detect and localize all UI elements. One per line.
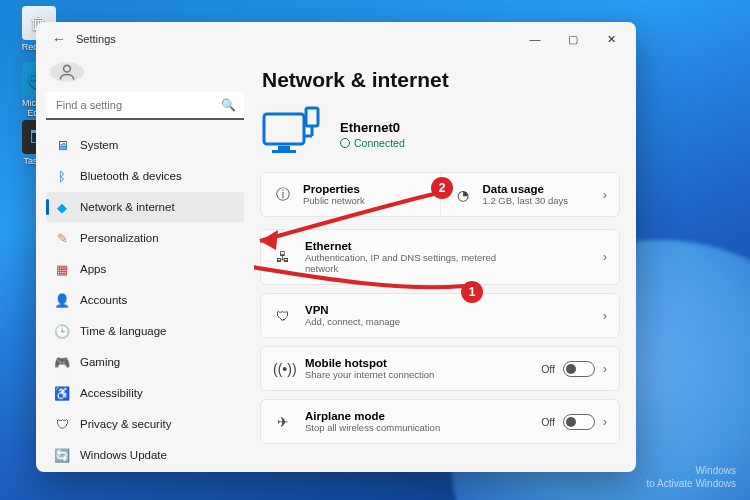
nav-label: Accounts bbox=[80, 294, 127, 306]
row-title: Airplane mode bbox=[305, 410, 440, 422]
main-panel: Network & internet Ethernet0 Connected ⓘ… bbox=[254, 56, 636, 472]
page-title: Network & internet bbox=[262, 68, 620, 92]
setting-row-airplane-mode[interactable]: ✈Airplane modeStop all wireless communic… bbox=[260, 399, 620, 444]
chevron-right-icon: › bbox=[603, 309, 607, 323]
row-title: Mobile hotspot bbox=[305, 357, 434, 369]
nav-icon: 🛡 bbox=[54, 416, 70, 432]
info-icon: ⓘ bbox=[273, 186, 293, 204]
nav-label: Personalization bbox=[80, 232, 159, 244]
nav-label: Bluetooth & devices bbox=[80, 170, 182, 182]
nav-label: Accessibility bbox=[80, 387, 143, 399]
nav-icon: 🎮 bbox=[54, 354, 70, 370]
properties-title: Properties bbox=[303, 183, 365, 195]
settings-window: ← Settings — ▢ ✕ 🔍 🖥SystemᛒBluetooth & d… bbox=[36, 22, 636, 472]
row-subtitle: Add, connect, manage bbox=[305, 316, 400, 327]
user-avatar[interactable] bbox=[50, 62, 84, 82]
sidebar-item-apps[interactable]: ▦Apps bbox=[46, 254, 244, 284]
sidebar-item-system[interactable]: 🖥System bbox=[46, 130, 244, 160]
svg-point-0 bbox=[64, 65, 71, 72]
sidebar-item-bluetooth-devices[interactable]: ᛒBluetooth & devices bbox=[46, 161, 244, 191]
sidebar-item-accounts[interactable]: 👤Accounts bbox=[46, 285, 244, 315]
nav-label: Network & internet bbox=[80, 201, 175, 213]
sidebar-item-gaming[interactable]: 🎮Gaming bbox=[46, 347, 244, 377]
nav-icon: 🖥 bbox=[54, 137, 70, 153]
search-icon: 🔍 bbox=[221, 98, 236, 112]
person-icon bbox=[57, 62, 77, 82]
row-icon: ✈ bbox=[273, 414, 293, 430]
data-usage-card[interactable]: ◔ Data usage 1.2 GB, last 30 days › bbox=[440, 173, 620, 216]
nav-icon: ✎ bbox=[54, 230, 70, 246]
setting-row-mobile-hotspot[interactable]: ((•))Mobile hotspotShare your internet c… bbox=[260, 346, 620, 391]
toggle-switch[interactable] bbox=[563, 361, 595, 377]
back-button[interactable]: ← bbox=[48, 31, 70, 47]
row-icon: 🖧 bbox=[273, 249, 293, 265]
nav-list: 🖥SystemᛒBluetooth & devices◆Network & in… bbox=[46, 130, 244, 470]
nav-label: Apps bbox=[80, 263, 106, 275]
nav-label: System bbox=[80, 139, 118, 151]
chevron-right-icon: › bbox=[603, 188, 607, 202]
nav-icon: ◆ bbox=[54, 199, 70, 215]
app-title: Settings bbox=[76, 33, 116, 45]
row-icon: 🛡 bbox=[273, 308, 293, 324]
search-box[interactable]: 🔍 bbox=[46, 92, 244, 120]
search-input[interactable] bbox=[46, 92, 244, 120]
svg-rect-2 bbox=[278, 146, 290, 150]
nav-icon: ᛒ bbox=[54, 168, 70, 184]
sidebar-item-time-language[interactable]: 🕒Time & language bbox=[46, 316, 244, 346]
nav-label: Windows Update bbox=[80, 449, 167, 461]
nav-icon: ▦ bbox=[54, 261, 70, 277]
nav-label: Time & language bbox=[80, 325, 167, 337]
minimize-button[interactable]: — bbox=[516, 25, 554, 53]
data-usage-icon: ◔ bbox=[453, 187, 473, 203]
connection-status: Connected bbox=[340, 137, 405, 149]
setting-row-ethernet[interactable]: 🖧EthernetAuthentication, IP and DNS sett… bbox=[260, 229, 620, 285]
setting-row-vpn[interactable]: 🛡VPNAdd, connect, manage› bbox=[260, 293, 620, 338]
connection-summary: Ethernet0 Connected bbox=[260, 106, 620, 162]
close-button[interactable]: ✕ bbox=[592, 25, 630, 53]
nav-icon: ♿ bbox=[54, 385, 70, 401]
summary-cards: ⓘ Properties Public network ◔ Data usage… bbox=[260, 172, 620, 217]
properties-subtitle: Public network bbox=[303, 195, 365, 206]
svg-rect-1 bbox=[264, 114, 304, 144]
row-icon: ((•)) bbox=[273, 361, 293, 377]
nav-icon: 🔄 bbox=[54, 447, 70, 463]
toggle-state-label: Off bbox=[541, 363, 555, 375]
row-subtitle: Share your internet connection bbox=[305, 369, 434, 380]
nav-label: Gaming bbox=[80, 356, 120, 368]
nav-label: Privacy & security bbox=[80, 418, 171, 430]
sidebar-item-privacy-security[interactable]: 🛡Privacy & security bbox=[46, 409, 244, 439]
sidebar-item-accessibility[interactable]: ♿Accessibility bbox=[46, 378, 244, 408]
sidebar-item-personalization[interactable]: ✎Personalization bbox=[46, 223, 244, 253]
ethernet-monitor-icon bbox=[260, 106, 324, 162]
toggle-switch[interactable] bbox=[563, 414, 595, 430]
properties-card[interactable]: ⓘ Properties Public network bbox=[261, 173, 440, 216]
nav-icon: 🕒 bbox=[54, 323, 70, 339]
sidebar-item-windows-update[interactable]: 🔄Windows Update bbox=[46, 440, 244, 470]
connection-name: Ethernet0 bbox=[340, 120, 405, 135]
chevron-right-icon: › bbox=[603, 415, 607, 429]
row-subtitle: Stop all wireless communication bbox=[305, 422, 440, 433]
row-title: VPN bbox=[305, 304, 400, 316]
row-title: Ethernet bbox=[305, 240, 515, 252]
titlebar: ← Settings — ▢ ✕ bbox=[36, 22, 636, 56]
toggle-state-label: Off bbox=[541, 416, 555, 428]
activation-watermark: Windows to Activate Windows bbox=[647, 464, 736, 490]
data-usage-subtitle: 1.2 GB, last 30 days bbox=[483, 195, 569, 206]
nav-icon: 👤 bbox=[54, 292, 70, 308]
data-usage-title: Data usage bbox=[483, 183, 569, 195]
row-subtitle: Authentication, IP and DNS settings, met… bbox=[305, 252, 515, 274]
svg-rect-4 bbox=[306, 108, 318, 126]
chevron-right-icon: › bbox=[603, 250, 607, 264]
sidebar-item-network-internet[interactable]: ◆Network & internet bbox=[46, 192, 244, 222]
chevron-right-icon: › bbox=[603, 362, 607, 376]
svg-rect-3 bbox=[272, 150, 296, 153]
sidebar: 🔍 🖥SystemᛒBluetooth & devices◆Network & … bbox=[36, 56, 254, 472]
maximize-button[interactable]: ▢ bbox=[554, 25, 592, 53]
